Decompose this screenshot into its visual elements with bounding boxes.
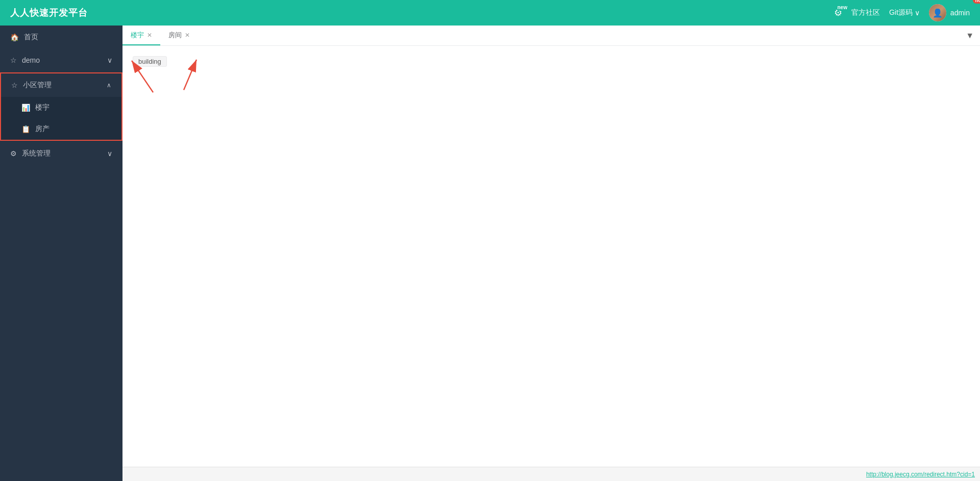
git-chevron: ∨ [915, 9, 920, 17]
building-tag: building [133, 56, 167, 67]
user-name: admin [950, 9, 970, 17]
content-area: 楼宇 ✕ 房间 ✕ ▼ building [122, 26, 980, 481]
demo-chevron-icon: ∨ [107, 56, 112, 64]
settings-icon-wrap[interactable]: new [834, 7, 842, 18]
sidebar: 🏠 首页 ☆ demo ∨ ☆ 小区管理 ∧ 📊 楼宇 [0, 26, 122, 481]
sidebar-home-label: 首页 [24, 33, 38, 42]
sidebar-group-community-header[interactable]: ☆ 小区管理 ∧ [1, 73, 121, 97]
sidebar-system-label: 系统管理 [22, 149, 51, 158]
sidebar-group-header-left: ☆ 小区管理 [11, 81, 52, 90]
sidebar-item-building[interactable]: 📊 楼宇 [1, 97, 121, 118]
community-label: 官方社区 [851, 8, 880, 17]
user-menu[interactable]: 👤 admin [929, 4, 970, 21]
sidebar-community-label: 小区管理 [23, 81, 52, 90]
tab-room[interactable]: 房间 ✕ [160, 26, 198, 45]
avatar: 👤 [929, 4, 946, 21]
home-icon: 🏠 [10, 33, 19, 41]
sidebar-item-demo[interactable]: ☆ demo ∨ [0, 49, 122, 71]
svg-line-3 [184, 60, 197, 90]
tab-dropdown-icon: ▼ [966, 31, 974, 40]
property-grid-icon: 📋 [21, 125, 30, 133]
system-gear-icon: ⚙ [10, 149, 17, 158]
hot-badge: hot [973, 0, 980, 4]
community-link[interactable]: 官方社区 hot [851, 8, 880, 17]
header: 人人快速开发平台 new 官方社区 hot Git源码 ∨ 👤 admin [0, 0, 980, 26]
tab-building-close[interactable]: ✕ [147, 32, 152, 38]
community-star-icon: ☆ [11, 81, 18, 89]
avatar-image: 👤 [929, 4, 946, 21]
sidebar-group-children: 📊 楼宇 📋 房产 [1, 97, 121, 140]
system-chevron-icon: ∨ [107, 149, 112, 158]
demo-star-icon: ☆ [10, 56, 17, 64]
sidebar-item-home[interactable]: 🏠 首页 [0, 26, 122, 49]
git-label: Git源码 [889, 8, 913, 17]
sidebar-item-property[interactable]: 📋 房产 [1, 118, 121, 140]
sidebar-property-label: 房产 [35, 124, 50, 134]
sidebar-item-system[interactable]: ⚙ 系统管理 ∨ [0, 142, 122, 165]
tab-room-close[interactable]: ✕ [185, 32, 190, 38]
logo: 人人快速开发平台 [10, 7, 88, 19]
git-link[interactable]: Git源码 ∨ [889, 8, 920, 17]
tab-bar-dropdown[interactable]: ▼ [960, 26, 980, 45]
sidebar-building-label: 楼宇 [35, 103, 50, 112]
sidebar-group-community: ☆ 小区管理 ∧ 📊 楼宇 📋 房产 [0, 72, 122, 141]
community-chevron-icon: ∧ [107, 82, 111, 89]
tab-building-label: 楼宇 [131, 31, 144, 40]
tab-building[interactable]: 楼宇 ✕ [122, 26, 160, 45]
bottom-bar: http://blog.jeecg.com/redirect.htm?cid=1 [122, 467, 980, 481]
new-badge: new [836, 4, 849, 11]
main-layout: 🏠 首页 ☆ demo ∨ ☆ 小区管理 ∧ 📊 楼宇 [0, 26, 980, 481]
annotation-arrows [122, 46, 980, 467]
tab-bar-tabs: 楼宇 ✕ 房间 ✕ [122, 26, 198, 45]
tab-room-label: 房间 [168, 31, 182, 40]
tab-bar: 楼宇 ✕ 房间 ✕ ▼ [122, 26, 980, 46]
bottom-link[interactable]: http://blog.jeecg.com/redirect.htm?cid=1 [866, 471, 975, 478]
building-bar-icon: 📊 [21, 104, 30, 112]
page-content: building [122, 46, 980, 467]
sidebar-demo-label: demo [22, 56, 40, 64]
header-right: new 官方社区 hot Git源码 ∨ 👤 admin [834, 4, 970, 21]
